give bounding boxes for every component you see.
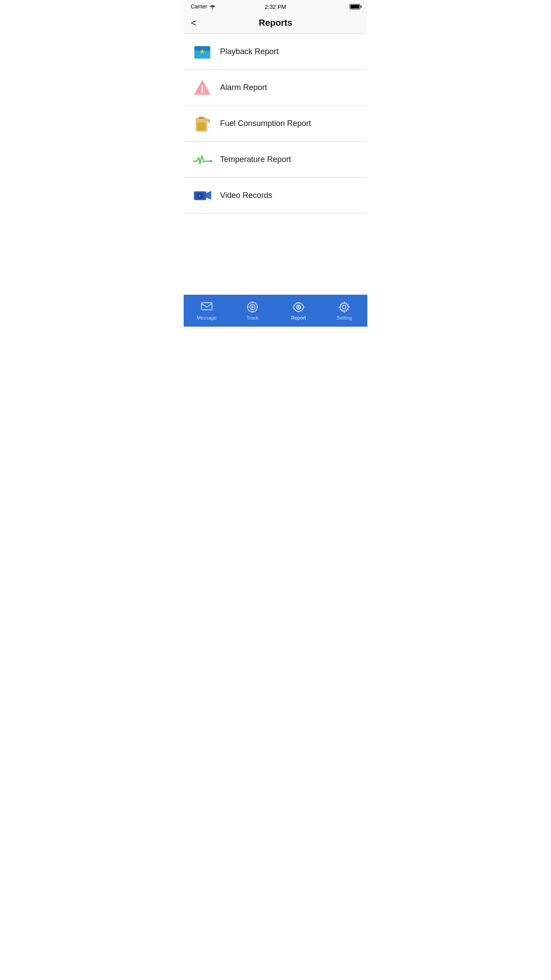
tab-bar: Message Track Re <box>184 295 367 327</box>
svg-line-7 <box>207 43 208 46</box>
svg-rect-15 <box>209 119 210 123</box>
status-carrier: Carrier <box>191 4 216 10</box>
fuel-report-label: Fuel Consumption Report <box>220 119 311 128</box>
svg-rect-9 <box>202 85 203 91</box>
menu-list: Playback Report Alarm Report <box>184 34 367 295</box>
playback-report-label: Playback Report <box>220 47 279 56</box>
svg-point-0 <box>212 8 213 8</box>
svg-rect-23 <box>201 303 212 310</box>
svg-marker-22 <box>206 191 211 200</box>
track-tab-label: Track <box>247 315 259 320</box>
video-records-label: Video Records <box>220 191 272 200</box>
list-item-video[interactable]: Video Records <box>184 178 367 213</box>
track-tab-icon <box>246 301 259 313</box>
temperature-report-label: Temperature Report <box>220 155 291 164</box>
video-icon <box>193 186 212 205</box>
svg-point-10 <box>201 91 203 93</box>
setting-tab-icon <box>338 301 350 313</box>
page-title: Reports <box>259 18 292 28</box>
svg-line-4 <box>196 43 197 46</box>
tab-track[interactable]: Track <box>230 295 276 327</box>
tab-message[interactable]: Message <box>184 295 230 327</box>
list-item-temperature[interactable]: Temperature Report <box>184 142 367 178</box>
status-time: 2:32 PM <box>265 4 286 10</box>
report-tab-icon <box>292 301 305 313</box>
svg-point-32 <box>298 306 299 308</box>
back-button[interactable]: < <box>191 18 197 28</box>
svg-line-5 <box>200 43 201 46</box>
tab-setting[interactable]: Setting <box>322 295 368 327</box>
wifi-icon <box>209 4 216 9</box>
report-tab-label: Report <box>291 315 306 320</box>
list-item-playback[interactable]: Playback Report <box>184 34 367 70</box>
svg-line-6 <box>203 43 204 46</box>
list-item-fuel[interactable]: Fuel Consumption Report <box>184 106 367 142</box>
message-tab-label: Message <box>197 315 216 320</box>
nav-header: < Reports <box>184 12 367 34</box>
svg-rect-12 <box>197 122 205 130</box>
status-bar: Carrier 2:32 PM <box>184 0 367 12</box>
playback-icon <box>193 42 212 61</box>
svg-point-33 <box>342 305 346 309</box>
alarm-report-label: Alarm Report <box>220 83 267 92</box>
status-battery <box>350 4 360 9</box>
list-item-alarm[interactable]: Alarm Report <box>184 70 367 106</box>
temperature-icon <box>193 150 212 169</box>
setting-tab-label: Setting <box>337 315 352 320</box>
fuel-icon <box>193 114 212 133</box>
tab-report[interactable]: Report <box>276 295 322 327</box>
alarm-icon <box>193 78 212 97</box>
message-tab-icon <box>201 301 213 313</box>
svg-rect-13 <box>199 117 204 119</box>
svg-point-26 <box>252 306 254 308</box>
svg-point-16 <box>210 160 213 162</box>
